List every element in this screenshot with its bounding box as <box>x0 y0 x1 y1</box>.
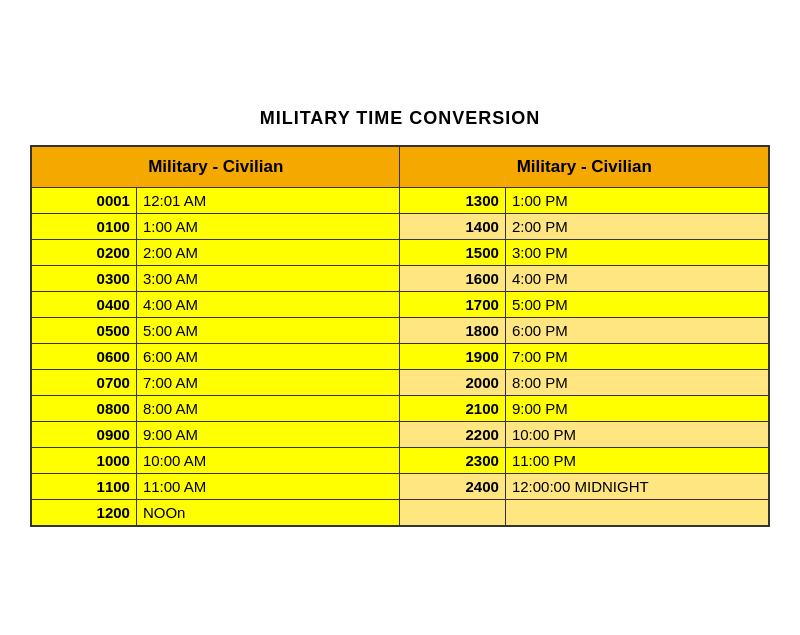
civilian-time-right <box>505 500 769 527</box>
military-time-right: 1500 <box>400 240 505 266</box>
civilian-time-left: 7:00 AM <box>136 370 400 396</box>
civilian-time-left: 4:00 AM <box>136 292 400 318</box>
table-row: 09009:00 AM220010:00 PM <box>31 422 769 448</box>
table-row: 03003:00 AM16004:00 PM <box>31 266 769 292</box>
civilian-time-right: 10:00 PM <box>505 422 769 448</box>
civilian-time-left: 5:00 AM <box>136 318 400 344</box>
military-time-left: 1000 <box>31 448 136 474</box>
civilian-time-right: 11:00 PM <box>505 448 769 474</box>
table-row: 08008:00 AM21009:00 PM <box>31 396 769 422</box>
civilian-time-right: 8:00 PM <box>505 370 769 396</box>
military-time-right: 1900 <box>400 344 505 370</box>
military-time-right: 2100 <box>400 396 505 422</box>
civilian-time-left: 2:00 AM <box>136 240 400 266</box>
page-title: MILITARY TIME CONVERSION <box>260 108 541 129</box>
table-row: 100010:00 AM230011:00 PM <box>31 448 769 474</box>
table-row: 02002:00 AM15003:00 PM <box>31 240 769 266</box>
conversion-table: Military - Civilian Military - Civilian … <box>30 145 770 527</box>
military-time-left: 0300 <box>31 266 136 292</box>
military-time-left: 1100 <box>31 474 136 500</box>
military-time-right: 2200 <box>400 422 505 448</box>
military-time-right: 2000 <box>400 370 505 396</box>
table-row: 07007:00 AM20008:00 PM <box>31 370 769 396</box>
page-container: MILITARY TIME CONVERSION Military - Civi… <box>0 88 800 547</box>
military-time-left: 0600 <box>31 344 136 370</box>
civilian-time-right: 5:00 PM <box>505 292 769 318</box>
military-time-left: 0001 <box>31 188 136 214</box>
civilian-time-left: 12:01 AM <box>136 188 400 214</box>
military-time-right: 1400 <box>400 214 505 240</box>
civilian-time-right: 12:00:00 MIDNIGHT <box>505 474 769 500</box>
civilian-time-left: NOOn <box>136 500 400 527</box>
military-time-left: 0200 <box>31 240 136 266</box>
civilian-time-right: 1:00 PM <box>505 188 769 214</box>
civilian-time-left: 9:00 AM <box>136 422 400 448</box>
civilian-time-left: 3:00 AM <box>136 266 400 292</box>
table-row: 06006:00 AM19007:00 PM <box>31 344 769 370</box>
civilian-time-left: 11:00 AM <box>136 474 400 500</box>
civilian-time-right: 4:00 PM <box>505 266 769 292</box>
table-row: 05005:00 AM18006:00 PM <box>31 318 769 344</box>
header-left: Military - Civilian <box>31 146 400 188</box>
table-row: 04004:00 AM17005:00 PM <box>31 292 769 318</box>
table-row: 1200NOOn <box>31 500 769 527</box>
military-time-right: 1300 <box>400 188 505 214</box>
military-time-left: 0800 <box>31 396 136 422</box>
civilian-time-left: 6:00 AM <box>136 344 400 370</box>
military-time-right <box>400 500 505 527</box>
military-time-right: 2300 <box>400 448 505 474</box>
military-time-left: 0700 <box>31 370 136 396</box>
military-time-right: 1700 <box>400 292 505 318</box>
table-row: 01001:00 AM14002:00 PM <box>31 214 769 240</box>
military-time-left: 0900 <box>31 422 136 448</box>
civilian-time-right: 9:00 PM <box>505 396 769 422</box>
civilian-time-right: 2:00 PM <box>505 214 769 240</box>
header-right: Military - Civilian <box>400 146 769 188</box>
military-time-right: 1800 <box>400 318 505 344</box>
civilian-time-left: 8:00 AM <box>136 396 400 422</box>
military-time-right: 1600 <box>400 266 505 292</box>
military-time-left: 0100 <box>31 214 136 240</box>
military-time-left: 0400 <box>31 292 136 318</box>
civilian-time-left: 1:00 AM <box>136 214 400 240</box>
military-time-left: 1200 <box>31 500 136 527</box>
civilian-time-right: 7:00 PM <box>505 344 769 370</box>
table-row: 110011:00 AM240012:00:00 MIDNIGHT <box>31 474 769 500</box>
military-time-left: 0500 <box>31 318 136 344</box>
civilian-time-left: 10:00 AM <box>136 448 400 474</box>
civilian-time-right: 6:00 PM <box>505 318 769 344</box>
table-row: 000112:01 AM13001:00 PM <box>31 188 769 214</box>
civilian-time-right: 3:00 PM <box>505 240 769 266</box>
military-time-right: 2400 <box>400 474 505 500</box>
